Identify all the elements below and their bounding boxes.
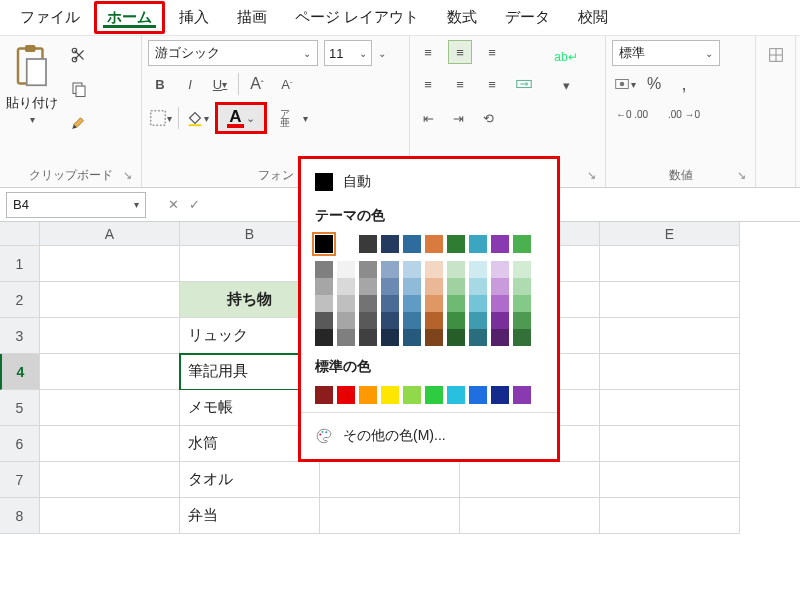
theme-tint-swatch[interactable] bbox=[491, 278, 509, 295]
theme-tint-swatch[interactable] bbox=[337, 312, 355, 329]
automatic-color-item[interactable]: 自動 bbox=[301, 165, 557, 199]
more-colors-item[interactable]: その他の色(M)... bbox=[301, 419, 557, 453]
increase-decimal-button[interactable]: ←0 .00 bbox=[612, 102, 652, 126]
theme-tint-swatch[interactable] bbox=[403, 278, 421, 295]
theme-tint-swatch[interactable] bbox=[513, 261, 531, 278]
row-header-6[interactable]: 6 bbox=[0, 426, 40, 462]
theme-color-swatch[interactable] bbox=[337, 235, 355, 253]
theme-color-swatch[interactable] bbox=[359, 235, 377, 253]
decrease-decimal-button[interactable]: .00 →0 bbox=[664, 102, 704, 126]
currency-button[interactable]: ▾ bbox=[612, 72, 636, 96]
tab-home[interactable]: ホーム bbox=[94, 1, 165, 34]
theme-tint-swatch[interactable] bbox=[381, 329, 399, 346]
col-header-A[interactable]: A bbox=[40, 222, 180, 246]
name-box[interactable]: B4▾ bbox=[6, 192, 146, 218]
theme-tint-swatch[interactable] bbox=[359, 261, 377, 278]
clipboard-dialog-launcher[interactable]: ↘ bbox=[123, 169, 137, 183]
theme-color-swatch[interactable] bbox=[447, 235, 465, 253]
italic-button[interactable]: I bbox=[178, 72, 202, 96]
cell-E8[interactable] bbox=[600, 498, 740, 534]
theme-tint-swatch[interactable] bbox=[491, 295, 509, 312]
theme-tint-swatch[interactable] bbox=[337, 278, 355, 295]
align-right-button[interactable]: ≡ bbox=[480, 72, 504, 96]
cell-A4[interactable] bbox=[40, 354, 180, 390]
align-center-button[interactable]: ≡ bbox=[448, 72, 472, 96]
cut-button[interactable] bbox=[64, 40, 94, 70]
theme-tint-swatch[interactable] bbox=[425, 278, 443, 295]
cell-E4[interactable] bbox=[600, 354, 740, 390]
theme-tint-swatch[interactable] bbox=[381, 295, 399, 312]
standard-color-swatch[interactable] bbox=[337, 386, 355, 404]
cell-E6[interactable] bbox=[600, 426, 740, 462]
theme-tint-swatch[interactable] bbox=[425, 329, 443, 346]
cell-A2[interactable] bbox=[40, 282, 180, 318]
theme-tint-swatch[interactable] bbox=[403, 295, 421, 312]
standard-color-swatch[interactable] bbox=[469, 386, 487, 404]
bold-button[interactable]: B bbox=[148, 72, 172, 96]
row-header-4[interactable]: 4 bbox=[0, 354, 40, 390]
theme-tint-swatch[interactable] bbox=[469, 312, 487, 329]
theme-tint-swatch[interactable] bbox=[315, 278, 333, 295]
tab-formulas[interactable]: 数式 bbox=[433, 2, 491, 33]
tab-file[interactable]: ファイル bbox=[6, 2, 94, 33]
row-header-8[interactable]: 8 bbox=[0, 498, 40, 534]
comma-button[interactable]: , bbox=[672, 72, 696, 96]
alignment-dialog-launcher[interactable]: ↘ bbox=[587, 169, 601, 183]
theme-tint-swatch[interactable] bbox=[315, 312, 333, 329]
theme-tint-swatch[interactable] bbox=[315, 261, 333, 278]
theme-tint-swatch[interactable] bbox=[447, 261, 465, 278]
row-header-3[interactable]: 3 bbox=[0, 318, 40, 354]
font-size-combo[interactable]: 11⌄ bbox=[324, 40, 372, 66]
standard-color-swatch[interactable] bbox=[447, 386, 465, 404]
theme-color-swatch[interactable] bbox=[403, 235, 421, 253]
align-left-button[interactable]: ≡ bbox=[416, 72, 440, 96]
theme-tint-swatch[interactable] bbox=[447, 278, 465, 295]
conditional-formatting-button[interactable] bbox=[762, 40, 789, 70]
theme-tint-swatch[interactable] bbox=[381, 278, 399, 295]
number-format-combo[interactable]: 標準⌄ bbox=[612, 40, 720, 66]
tab-data[interactable]: データ bbox=[491, 2, 564, 33]
wrap-text-button[interactable]: ab↵ bbox=[554, 45, 578, 69]
standard-color-swatch[interactable] bbox=[403, 386, 421, 404]
font-color-button[interactable]: A ⌄ bbox=[215, 102, 267, 134]
theme-color-swatch[interactable] bbox=[381, 235, 399, 253]
cell-A3[interactable] bbox=[40, 318, 180, 354]
paste-button[interactable]: 貼り付け ▾ bbox=[6, 40, 58, 125]
standard-color-swatch[interactable] bbox=[359, 386, 377, 404]
theme-tint-swatch[interactable] bbox=[403, 312, 421, 329]
orientation-button[interactable]: ⟲ bbox=[476, 106, 500, 130]
theme-tint-swatch[interactable] bbox=[359, 278, 377, 295]
select-all-corner[interactable] bbox=[0, 222, 40, 246]
theme-tint-swatch[interactable] bbox=[513, 329, 531, 346]
theme-tint-swatch[interactable] bbox=[337, 329, 355, 346]
borders-button[interactable]: ▾ bbox=[148, 106, 172, 130]
theme-tint-swatch[interactable] bbox=[359, 312, 377, 329]
theme-color-swatch[interactable] bbox=[469, 235, 487, 253]
theme-tint-swatch[interactable] bbox=[469, 261, 487, 278]
merge-center-button[interactable]: ▾ bbox=[554, 73, 578, 97]
theme-tint-swatch[interactable] bbox=[315, 295, 333, 312]
decrease-indent-button[interactable]: ⇤ bbox=[416, 106, 440, 130]
increase-indent-button[interactable]: ⇥ bbox=[446, 106, 470, 130]
cell-E5[interactable] bbox=[600, 390, 740, 426]
theme-tint-swatch[interactable] bbox=[359, 329, 377, 346]
tab-draw[interactable]: 描画 bbox=[223, 2, 281, 33]
align-middle-button[interactable]: ≡ bbox=[448, 40, 472, 64]
cell-E1[interactable] bbox=[600, 246, 740, 282]
number-dialog-launcher[interactable]: ↘ bbox=[737, 169, 751, 183]
underline-button[interactable]: U▾ bbox=[208, 72, 232, 96]
theme-tint-swatch[interactable] bbox=[491, 329, 509, 346]
theme-tint-swatch[interactable] bbox=[447, 295, 465, 312]
theme-tint-swatch[interactable] bbox=[403, 329, 421, 346]
cell-C8[interactable] bbox=[320, 498, 460, 534]
theme-tint-swatch[interactable] bbox=[425, 295, 443, 312]
standard-color-swatch[interactable] bbox=[425, 386, 443, 404]
row-header-5[interactable]: 5 bbox=[0, 390, 40, 426]
merge-button[interactable] bbox=[512, 72, 536, 96]
fill-color-button[interactable]: ▾ bbox=[185, 106, 209, 130]
theme-tint-swatch[interactable] bbox=[469, 295, 487, 312]
phonetic-button[interactable]: ア 亜 bbox=[273, 106, 297, 130]
theme-color-swatch[interactable] bbox=[513, 235, 531, 253]
standard-color-swatch[interactable] bbox=[513, 386, 531, 404]
align-bottom-button[interactable]: ≡ bbox=[480, 40, 504, 64]
